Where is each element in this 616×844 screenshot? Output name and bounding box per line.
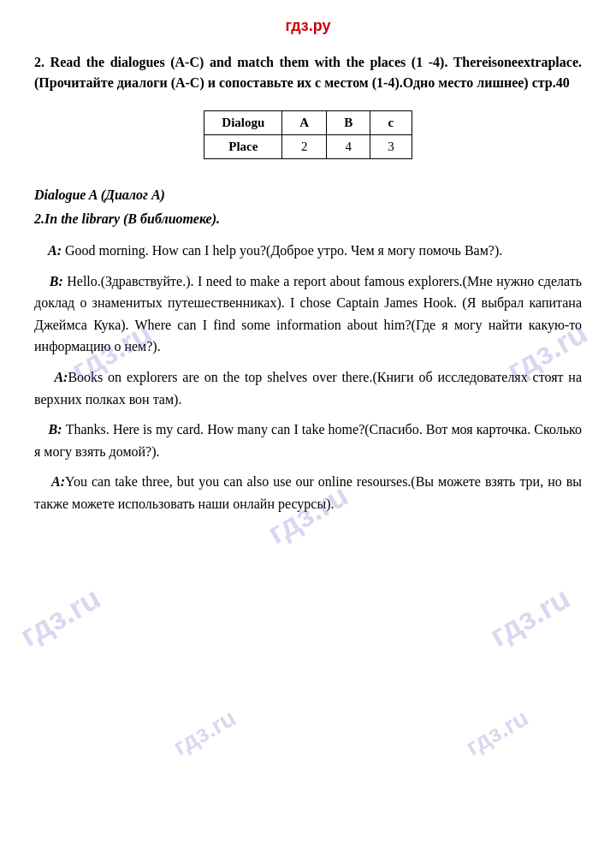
watermark-4: гдз.ru xyxy=(483,580,576,655)
table-value-c: 3 xyxy=(370,135,412,159)
dialogue-line-4: B: Thanks. Here is my card. How many can… xyxy=(34,419,582,462)
speaker-2: B: xyxy=(50,274,67,288)
dialogue-header-text: Dialogue A (Диалог А) xyxy=(34,187,165,202)
dialogue-title: 2.In the library (В библиотеке). xyxy=(34,209,582,229)
table-row-label: Place xyxy=(204,135,282,159)
watermark-5: гдз.ru xyxy=(169,704,240,762)
dialogue-line-3: A:Books on explorers are on the top shel… xyxy=(34,366,582,410)
line-4-text: Thanks. Here is my card. How many can I … xyxy=(34,422,582,459)
table-header-b: B xyxy=(327,111,370,135)
task-number: 2. xyxy=(34,55,44,69)
speaker-3: A: xyxy=(54,370,68,384)
site-name-text: гдз.ру xyxy=(285,17,330,34)
line-3-text: Books on explorers are on the top shelve… xyxy=(34,370,582,407)
speaker-5: A: xyxy=(51,474,65,489)
task-text: Read the dialogues (A-C) and match them … xyxy=(34,55,582,90)
dialogue-line-5: A:You can take three, but you can also u… xyxy=(34,471,582,514)
table-value-b: 4 xyxy=(327,135,370,159)
answers-table: Dialogu A B c Place 2 4 3 xyxy=(204,110,412,159)
watermark-6: гдз.ru xyxy=(461,704,533,762)
page-container: гдз.ру 2. Read the dialogues (A-C) and m… xyxy=(0,0,616,558)
speaker-1: A: xyxy=(48,243,65,258)
dialogue-title-text: 2.In the library (В библиотеке). xyxy=(34,211,220,226)
line-5-text: You can take three, but you can also use… xyxy=(34,474,582,511)
table-value-a: 2 xyxy=(282,135,327,159)
dialogue-line-2: B: Hello.(Здравствуйте.). I need to make… xyxy=(34,270,582,358)
dialogue-header: Dialogue A (Диалог А) xyxy=(34,185,582,205)
table-container: Dialogu A B c Place 2 4 3 xyxy=(34,110,582,159)
speaker-4: B: xyxy=(49,422,66,437)
line-1-text: Good morning. How can I help you?(Доброе… xyxy=(65,243,502,258)
dialogue-line-1: A: Good morning. How can I help you?(Доб… xyxy=(34,240,582,262)
task-description: 2. Read the dialogues (A-C) and match th… xyxy=(34,52,582,93)
table-header-a: A xyxy=(282,111,327,135)
site-header: гдз.ру xyxy=(34,17,582,35)
table-header-dialogue: Dialogu xyxy=(204,111,282,135)
table-header-c: c xyxy=(370,111,412,135)
watermark-3: гдз.ru xyxy=(14,580,106,655)
line-2-text: Hello.(Здравствуйте.). I need to make a … xyxy=(34,274,582,354)
